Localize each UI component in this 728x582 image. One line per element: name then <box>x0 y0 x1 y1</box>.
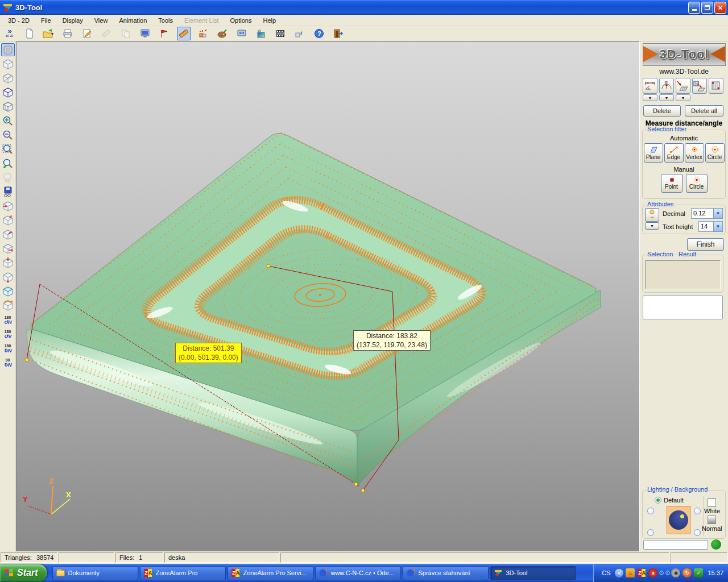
new-file-button[interactable] <box>22 27 36 40</box>
menu-view[interactable]: View <box>89 16 114 25</box>
menu-file[interactable]: File <box>35 16 57 25</box>
menu-3d-2d[interactable]: 3D - 2D <box>2 16 35 25</box>
menu-tools[interactable]: Tools <box>152 16 179 25</box>
attribute-settings-button[interactable]: ⚙••• ▼ <box>645 208 659 230</box>
default-radio[interactable] <box>655 497 661 504</box>
attribute-dropdown[interactable]: ▼ <box>645 222 659 230</box>
normal-background-swatch[interactable] <box>708 516 716 524</box>
print-button[interactable] <box>61 27 75 40</box>
menu-options[interactable]: Options <box>225 16 258 25</box>
zoom-out-button[interactable] <box>1 128 15 142</box>
website-link[interactable]: www.3D-Tool.de <box>640 68 728 76</box>
menu-help[interactable]: Help <box>257 16 282 25</box>
finish-button[interactable]: Finish <box>687 238 724 251</box>
zoom-fit-button[interactable] <box>1 157 15 170</box>
view-front-button[interactable] <box>1 199 15 213</box>
screen-settings-button[interactable] <box>235 27 249 40</box>
measurement-label-2[interactable]: Distance: 183.82 (137.52, 119.70, 23.48) <box>353 330 431 351</box>
rotate-180-v-button[interactable]: 180↺V <box>1 327 15 340</box>
filter-plane-button[interactable]: Plane <box>644 143 663 163</box>
taskbar-item-3dtool[interactable]: 3D-Tool <box>490 566 576 580</box>
rotate-view-button[interactable] <box>1 299 15 312</box>
manual-point-button[interactable]: Point <box>661 174 682 193</box>
taskbar-item-dokumenty[interactable]: Dokumenty <box>52 566 138 580</box>
result-list[interactable] <box>643 296 723 319</box>
view-back-button[interactable] <box>1 214 15 227</box>
filter-vertex-button[interactable]: Vertex <box>685 143 704 163</box>
shaded-view-button[interactable] <box>1 43 15 56</box>
edit-drawing-button[interactable] <box>80 27 94 40</box>
java-icon[interactable]: ♨ <box>626 568 635 577</box>
measure-plane-plane-button[interactable]: N <box>692 78 707 94</box>
measure-surface-button[interactable] <box>709 78 723 94</box>
measure-radius-button[interactable]: R ▼ <box>659 78 674 101</box>
filter-circle-button[interactable]: Circle <box>705 143 725 163</box>
animation-film-button[interactable] <box>274 27 287 40</box>
model-plate[interactable] <box>27 133 601 487</box>
chevron-down-icon[interactable]: ▼ <box>713 209 722 218</box>
measurement-label-1[interactable]: Distance: 501.39 (0.00, 501.39, 0.00) <box>175 343 242 363</box>
minimize-button[interactable] <box>688 2 700 14</box>
taskbar-item-browser[interactable]: www.C-N-C.cz • Ode... <box>315 566 401 580</box>
exit-button[interactable] <box>332 27 345 40</box>
download-manager-icon[interactable]: ↻ <box>682 568 692 577</box>
3d-2d-switch-button[interactable]: »3D 2D <box>3 27 16 40</box>
rotate-180-h-button[interactable]: 180↺H <box>1 313 15 326</box>
filter-edge-button[interactable]: Edge <box>664 143 684 163</box>
delete-all-button[interactable]: Delete all <box>685 105 723 117</box>
rotate-180-n-button[interactable]: 180↻N <box>1 342 15 355</box>
taskbar-item-zonealarm[interactable]: ZAZoneAlarm Pro <box>140 566 226 580</box>
model-info-button[interactable]: i <box>293 27 307 40</box>
transparent-view-button[interactable] <box>1 100 15 113</box>
antivirus-shield-icon[interactable]: x <box>648 568 657 577</box>
view-left-button[interactable] <box>1 228 15 241</box>
start-button[interactable]: Start <box>0 564 47 581</box>
help-button[interactable]: ? <box>312 27 326 40</box>
measure-ruler-button[interactable] <box>177 27 191 40</box>
light-bottom-right-radio[interactable] <box>694 529 701 536</box>
taskbar-item-zonealarm-service[interactable]: ZAZoneAlarm Pro Servi... <box>228 566 313 580</box>
view-right-button[interactable] <box>1 242 15 255</box>
delete-button[interactable]: Delete <box>643 105 681 117</box>
manual-circle-button[interactable]: Circle <box>686 174 708 193</box>
menu-display[interactable]: Display <box>57 16 89 25</box>
outline-view-button[interactable] <box>1 86 15 99</box>
hidden-line-view-button[interactable] <box>1 72 15 85</box>
3d-viewport[interactable]: X Y Z Distance: 501.39 (0.00, 501.39, 0.… <box>16 41 639 551</box>
zonealarm-tray-icon[interactable]: ZA <box>637 568 646 577</box>
paint-model-button[interactable] <box>216 27 229 40</box>
explode-view-button[interactable] <box>196 27 210 40</box>
close-button[interactable]: × <box>714 2 726 14</box>
taskbar-item-download-manager[interactable]: Správce stahování <box>403 566 489 580</box>
volume-icon[interactable]: ◉ <box>671 568 680 577</box>
model-canvas[interactable]: X Y Z <box>16 41 639 551</box>
system-gears-icon[interactable]: ⚙⚙ <box>660 568 669 577</box>
zoom-window-button[interactable] <box>1 143 15 156</box>
text-height-select[interactable]: 14▼ <box>698 221 723 232</box>
white-background-swatch[interactable] <box>708 498 716 507</box>
restore-button[interactable] <box>701 2 713 14</box>
open-file-button[interactable]: ▼ <box>42 27 55 40</box>
hide-icons-chevron[interactable]: < <box>615 569 623 577</box>
light-top-right-radio[interactable] <box>694 508 701 514</box>
chevron-down-icon[interactable]: ▼ <box>713 222 722 231</box>
decimal-select[interactable]: 0.12▼ <box>691 208 723 219</box>
color-map-button[interactable]: W <box>254 27 268 40</box>
light-bottom-left-radio[interactable] <box>647 529 654 536</box>
light-top-left-radio[interactable] <box>647 508 654 514</box>
clock[interactable]: 15:37 <box>708 569 723 576</box>
distance-angle-dropdown[interactable]: ▼ <box>643 94 657 101</box>
rotate-90-n-button[interactable]: 90↻N <box>1 356 15 369</box>
background-color-field[interactable] <box>643 540 708 550</box>
view-top-button[interactable] <box>1 256 15 269</box>
save-view-button[interactable] <box>1 185 15 198</box>
network-status-icon[interactable]: ✓ <box>694 568 703 577</box>
wireframe-view-button[interactable] <box>1 57 15 70</box>
point-plane-dropdown[interactable]: ▼ <box>676 94 690 101</box>
menu-animation[interactable]: Animation <box>113 16 152 25</box>
language-indicator[interactable]: CS <box>599 568 613 577</box>
view-isometric-button[interactable] <box>1 285 15 298</box>
radius-dropdown[interactable]: ▼ <box>659 94 674 101</box>
open-dropdown-icon[interactable]: ▼ <box>51 32 55 36</box>
zoom-in-button[interactable] <box>1 114 15 127</box>
